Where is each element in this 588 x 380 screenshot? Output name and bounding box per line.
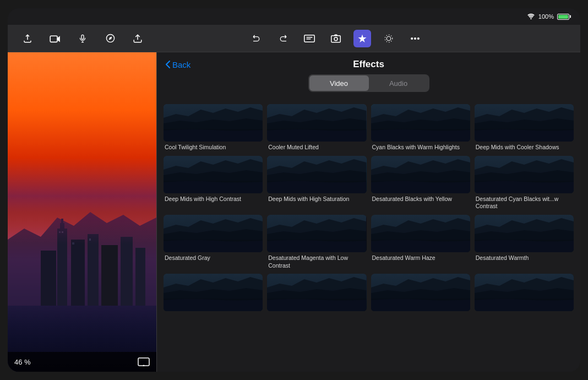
svg-rect-24 xyxy=(135,248,145,306)
effect-item-12[interactable]: Desaturated Warmth xyxy=(475,215,574,269)
video-gradient xyxy=(8,52,156,372)
effect-thumbnail-11 xyxy=(371,215,470,252)
main-content: 46 % Back Effects xyxy=(8,52,580,372)
microphone-icon[interactable] xyxy=(74,30,91,47)
effect-thumbnail-3 xyxy=(371,104,470,142)
effect-item-2[interactable]: Cooler Muted Lifted xyxy=(267,104,366,151)
toolbar xyxy=(8,25,580,52)
more-icon[interactable] xyxy=(406,30,424,47)
effect-label-11: Desaturated Warm Haze xyxy=(371,254,470,262)
effect-item-11[interactable]: Desaturated Warm Haze xyxy=(371,215,470,269)
navigation-icon[interactable] xyxy=(101,30,119,47)
back-button[interactable]: Back xyxy=(166,60,190,69)
svg-rect-9 xyxy=(331,35,341,42)
svg-rect-20 xyxy=(88,234,99,306)
effect-thumbnail-8 xyxy=(475,156,574,193)
video-preview: 46 % xyxy=(8,52,156,372)
sunset-gradient xyxy=(8,52,156,244)
text-card-icon[interactable] xyxy=(301,30,318,47)
photo-icon[interactable] xyxy=(327,30,345,47)
panel-header: Back Effects xyxy=(157,52,580,74)
effects-panel: Back Effects Video Audio xyxy=(156,52,580,372)
effect-thumbnail-10 xyxy=(267,215,366,252)
redo-icon[interactable] xyxy=(274,30,292,47)
svg-point-30 xyxy=(143,365,145,367)
undo-icon[interactable] xyxy=(248,30,265,47)
effect-item-16[interactable] xyxy=(475,274,574,313)
effect-item-6[interactable]: Deep Mids with High Saturation xyxy=(267,156,366,210)
effect-thumbnail-5 xyxy=(164,156,263,193)
tab-video[interactable]: Video xyxy=(309,75,369,91)
panel-title: Effects xyxy=(353,59,384,70)
effects-icon[interactable] xyxy=(353,30,371,47)
svg-rect-29 xyxy=(138,358,149,366)
effect-item-14[interactable] xyxy=(267,274,366,313)
svg-rect-22 xyxy=(121,237,133,306)
tab-switcher: Video Audio xyxy=(308,74,429,92)
status-bar: 100% xyxy=(8,8,580,25)
effect-thumbnail-9 xyxy=(164,215,263,252)
effect-thumbnail-13 xyxy=(164,274,263,311)
effect-thumbnail-12 xyxy=(475,215,574,252)
effect-label-10: Desaturated Magenta with Low Contrast xyxy=(267,254,366,269)
video-bottom-bar: 46 % xyxy=(8,352,156,372)
effect-thumbnail-16 xyxy=(475,274,574,311)
effect-item-7[interactable]: Desaturated Blacks with Yellow xyxy=(371,156,470,210)
back-label: Back xyxy=(172,60,190,69)
effect-label-6: Deep Mids with High Saturation xyxy=(267,196,366,203)
status-bar-right: 100% xyxy=(527,13,569,20)
zoom-indicator: 46 % xyxy=(14,358,31,366)
effect-thumbnail-4 xyxy=(475,104,574,142)
toolbar-center xyxy=(248,30,424,47)
upload-icon[interactable] xyxy=(129,30,146,47)
effect-thumbnail-14 xyxy=(267,274,366,311)
effect-item-5[interactable]: Deep Mids with High Contrast xyxy=(164,156,263,210)
effect-thumbnail-2 xyxy=(267,104,366,142)
effect-label-9: Desaturated Gray xyxy=(164,254,263,262)
svg-point-14 xyxy=(415,37,416,39)
effect-item-4[interactable]: Deep Mids with Cooler Shadows xyxy=(475,104,574,151)
svg-point-10 xyxy=(334,37,337,40)
share-icon[interactable] xyxy=(19,30,36,47)
device-container: 100% xyxy=(8,8,580,372)
svg-point-12 xyxy=(385,35,393,42)
effect-label-1: Cool Twilight Simulation xyxy=(164,144,263,151)
effect-label-4: Deep Mids with Cooler Shadows xyxy=(475,144,574,151)
effect-item-1[interactable]: Cool Twilight Simulation xyxy=(164,104,263,151)
zoom-unit: % xyxy=(24,358,31,366)
effect-thumbnail-15 xyxy=(371,274,470,311)
effect-item-10[interactable]: Desaturated Magenta with Low Contrast xyxy=(267,215,366,269)
battery-fill xyxy=(558,15,568,19)
battery-percent: 100% xyxy=(538,13,554,20)
effect-thumbnail-7 xyxy=(371,156,470,193)
camera-record-icon[interactable] xyxy=(46,30,64,47)
effect-label-12: Desaturated Warmth xyxy=(475,254,574,262)
effect-thumbnail-1 xyxy=(164,104,263,142)
svg-rect-1 xyxy=(50,36,57,42)
svg-point-0 xyxy=(530,18,531,19)
effect-item-8[interactable]: Desaturated Cyan Blacks wit...w Contrast xyxy=(475,156,574,210)
effect-label-3: Cyan Blacks with Warm Highlights xyxy=(371,144,470,151)
effect-label-2: Cooler Muted Lifted xyxy=(267,144,366,151)
zoom-value: 46 xyxy=(14,358,22,366)
lighting-icon[interactable] xyxy=(380,30,398,47)
effect-item-9[interactable]: Desaturated Gray xyxy=(164,215,263,269)
effect-item-15[interactable] xyxy=(371,274,470,313)
svg-point-11 xyxy=(386,36,391,41)
chevron-left-icon xyxy=(166,61,170,68)
wifi-icon xyxy=(527,13,535,20)
svg-marker-5 xyxy=(108,36,112,40)
svg-rect-3 xyxy=(81,35,84,39)
tab-switcher-container: Video Audio xyxy=(157,74,580,99)
toolbar-left xyxy=(19,30,146,47)
battery-icon xyxy=(557,14,569,20)
svg-point-13 xyxy=(411,37,413,39)
svg-point-15 xyxy=(418,37,420,39)
effect-thumbnail-6 xyxy=(267,156,366,193)
effect-label-7: Desaturated Blacks with Yellow xyxy=(371,196,470,203)
effect-item-13[interactable] xyxy=(164,274,263,313)
effects-grid: Cool Twilight Simulation Cooler Muted Li… xyxy=(157,104,580,372)
svg-rect-19 xyxy=(71,240,85,306)
tab-audio[interactable]: Audio xyxy=(369,75,428,91)
effect-item-3[interactable]: Cyan Blacks with Warm Highlights xyxy=(371,104,470,151)
